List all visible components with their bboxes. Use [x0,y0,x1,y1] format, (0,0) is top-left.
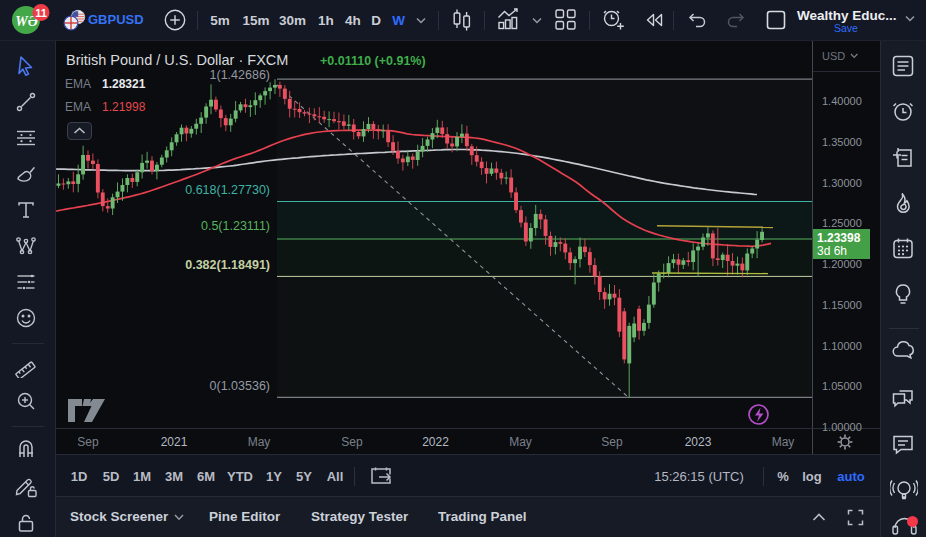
svg-text:2021: 2021 [161,435,188,449]
svg-text:0.5(1.23111): 0.5(1.23111) [201,219,270,233]
svg-text:1.15000: 1.15000 [822,299,862,311]
svg-text:2023: 2023 [685,435,712,449]
svg-text:1.21998: 1.21998 [102,100,146,114]
svg-text:USD: USD [822,50,845,62]
svg-text:1.28321: 1.28321 [102,77,146,91]
svg-text:1.00000: 1.00000 [822,421,862,433]
svg-text:0.382(1.18491): 0.382(1.18491) [185,258,270,272]
svg-text:3d 6h: 3d 6h [817,244,847,258]
svg-text:1.05000: 1.05000 [822,380,862,392]
svg-text:May: May [509,435,532,449]
svg-text:1.10000: 1.10000 [822,340,862,352]
svg-text:May: May [772,435,795,449]
svg-text:1.20000: 1.20000 [822,258,862,270]
svg-text:1.23398: 1.23398 [817,231,861,245]
svg-text:Sep: Sep [601,435,623,449]
svg-text:2022: 2022 [422,435,449,449]
svg-text:1.40000: 1.40000 [822,95,862,107]
svg-text:EMA: EMA [65,77,91,91]
svg-text:1.30000: 1.30000 [822,177,862,189]
svg-text:1.25000: 1.25000 [822,217,862,229]
svg-text:11: 11 [35,7,47,19]
svg-text:1.35000: 1.35000 [822,136,862,148]
svg-text:British Pound / U.S. Dollar ·: British Pound / U.S. Dollar · FXCM [66,52,288,68]
svg-text:EMA: EMA [65,100,91,114]
svg-text:Sep: Sep [77,435,99,449]
svg-text:0.618(1.27730): 0.618(1.27730) [185,183,270,197]
svg-text:Sep: Sep [341,435,363,449]
svg-text:1(1.42686): 1(1.42686) [210,68,270,82]
svg-text:0(1.03536): 0(1.03536) [210,379,270,393]
svg-text:+0.01110 (+0.91%): +0.01110 (+0.91%) [320,54,426,68]
svg-text:May: May [248,435,271,449]
